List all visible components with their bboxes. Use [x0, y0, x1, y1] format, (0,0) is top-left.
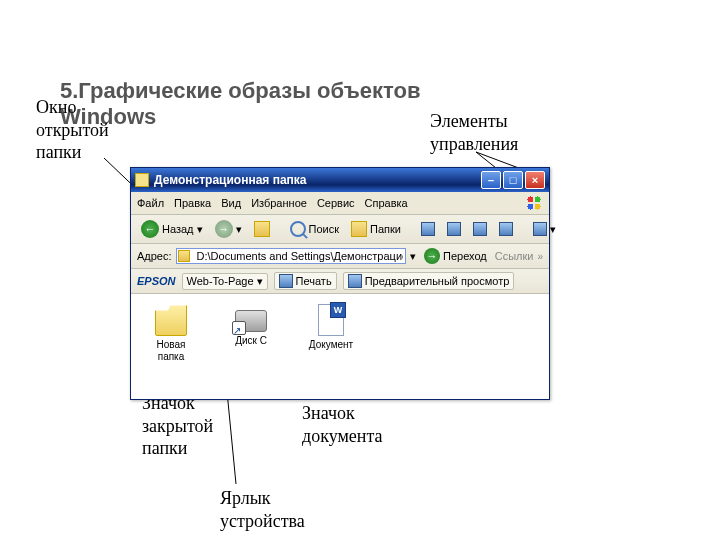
go-button[interactable]: → Переход: [420, 246, 491, 266]
titlebar[interactable]: Демонстрационная папка – □ ×: [131, 168, 549, 192]
chevron-right-icon[interactable]: »: [537, 251, 543, 262]
go-label: Переход: [443, 250, 487, 262]
menubar: Файл Правка Вид Избранное Сервис Справка: [131, 192, 549, 215]
forward-arrow-icon: →: [215, 220, 233, 238]
folder-icon: [178, 250, 190, 262]
preview-button[interactable]: Предварительный просмотр: [343, 272, 515, 290]
folders-button[interactable]: Папки: [347, 219, 405, 239]
printer-icon: [279, 274, 293, 288]
label-open-folder-window: Окно открытой папки: [36, 96, 109, 164]
go-arrow-icon: →: [424, 248, 440, 264]
web-to-page-label: Web-To-Page: [187, 275, 254, 287]
closed-folder-icon: [155, 304, 187, 336]
up-button[interactable]: [250, 219, 274, 239]
print-button[interactable]: Печать: [274, 272, 337, 290]
windows-logo-icon: [525, 194, 543, 212]
preview-label: Предварительный просмотр: [365, 275, 510, 287]
generic-tool-icon: [473, 222, 487, 236]
menu-service[interactable]: Сервис: [317, 197, 355, 209]
item-label: Новая папка: [143, 339, 199, 362]
views-icon: [533, 222, 547, 236]
chevron-down-icon[interactable]: ▾: [410, 250, 416, 263]
tool-icon-1[interactable]: [417, 220, 439, 238]
item-drive-shortcut[interactable]: Диск С: [223, 304, 279, 389]
maximize-button[interactable]: □: [503, 171, 523, 189]
forward-button[interactable]: → ▾: [211, 218, 246, 240]
explorer-window: Демонстрационная папка – □ × Файл Правка…: [130, 167, 550, 400]
close-button[interactable]: ×: [525, 171, 545, 189]
epson-brand: EPSON: [137, 275, 176, 287]
views-button[interactable]: ▾: [529, 220, 560, 238]
address-input[interactable]: [176, 248, 406, 264]
addressbar: Адрес: ▾ → Переход Ссылки »: [131, 244, 549, 269]
drive-shortcut-icon: [235, 310, 267, 332]
links-label[interactable]: Ссылки: [495, 250, 534, 262]
folders-label: Папки: [370, 223, 401, 235]
tool-icon-3[interactable]: [469, 220, 491, 238]
label-closed-folder-icon: Значок закрытой папки: [142, 392, 213, 460]
label-device-shortcut: Ярлык устройства: [220, 487, 305, 532]
menu-favorites[interactable]: Избранное: [251, 197, 307, 209]
menu-edit[interactable]: Правка: [174, 197, 211, 209]
folder-icon: [135, 173, 149, 187]
generic-tool-icon: [447, 222, 461, 236]
slide-title: 5.Графические образы объектов Windows: [60, 78, 421, 130]
minimize-button[interactable]: –: [481, 171, 501, 189]
menu-help[interactable]: Справка: [365, 197, 408, 209]
content-area[interactable]: Новая папка Диск С Документ: [131, 294, 549, 399]
item-document[interactable]: Документ: [303, 304, 359, 389]
search-icon: [290, 221, 306, 237]
up-folder-icon: [254, 221, 270, 237]
chevron-down-icon: ▾: [197, 223, 203, 236]
generic-tool-icon: [421, 222, 435, 236]
address-label: Адрес:: [137, 250, 172, 262]
search-label: Поиск: [309, 223, 339, 235]
label-controls: Элементы управления: [430, 110, 518, 155]
chevron-down-icon: ▾: [236, 223, 242, 236]
menu-view[interactable]: Вид: [221, 197, 241, 209]
toolbar: ← Назад ▾ → ▾ Поиск Папки ▾: [131, 215, 549, 244]
chevron-down-icon: ▾: [550, 223, 556, 236]
tool-icon-4[interactable]: [495, 220, 517, 238]
item-folder[interactable]: Новая папка: [143, 304, 199, 389]
epson-toolbar: EPSON Web-To-Page ▾ Печать Предварительн…: [131, 269, 549, 294]
menu-file[interactable]: Файл: [137, 197, 164, 209]
generic-tool-icon: [499, 222, 513, 236]
item-label: Диск С: [235, 335, 267, 347]
folders-icon: [351, 221, 367, 237]
preview-icon: [348, 274, 362, 288]
chevron-down-icon: ▾: [257, 275, 263, 288]
tool-icon-2[interactable]: [443, 220, 465, 238]
word-document-icon: [318, 304, 344, 336]
back-button[interactable]: ← Назад ▾: [137, 218, 207, 240]
window-title: Демонстрационная папка: [154, 173, 307, 187]
back-label: Назад: [162, 223, 194, 235]
back-arrow-icon: ←: [141, 220, 159, 238]
item-label: Документ: [309, 339, 353, 351]
print-label: Печать: [296, 275, 332, 287]
search-button[interactable]: Поиск: [286, 219, 343, 239]
label-document-icon: Значок документа: [302, 402, 383, 447]
web-to-page-dropdown[interactable]: Web-To-Page ▾: [182, 273, 268, 290]
